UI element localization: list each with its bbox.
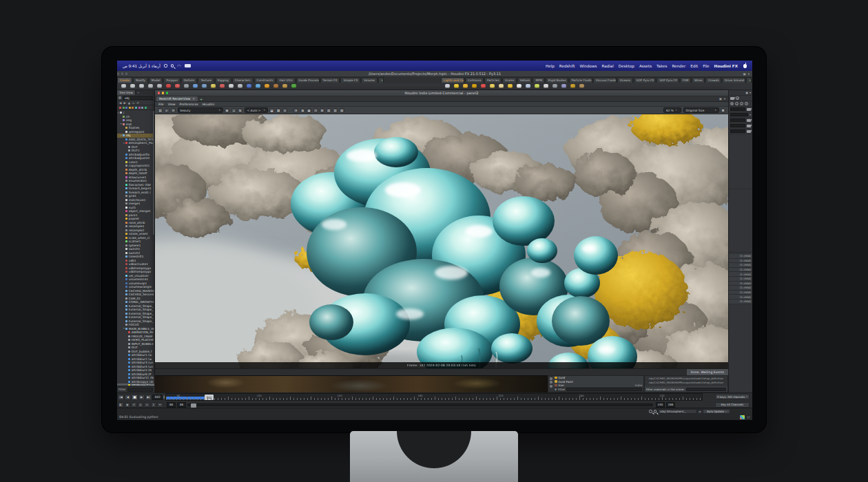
range-start-field[interactable]: 88 — [167, 402, 176, 408]
menubar-item-windows[interactable]: Windows — [580, 64, 597, 68]
menu-view[interactable]: View — [168, 103, 176, 106]
shelf-tab-polygon[interactable]: Polygon — [163, 77, 180, 83]
shelf-tab-deform[interactable]: Deform — [181, 77, 198, 83]
refresh-icon[interactable]: ⟳ — [699, 410, 701, 414]
shelf-tab-create[interactable]: Create — [117, 77, 132, 83]
shelf-tool-torus-tool[interactable] — [146, 83, 155, 90]
global-range-slider[interactable] — [187, 404, 653, 406]
playhead[interactable]: 102 — [205, 395, 214, 400]
spotlight-icon[interactable] — [171, 64, 174, 67]
node-type-filter-icon[interactable] — [123, 107, 125, 109]
node-type-filter-icon[interactable] — [135, 107, 137, 109]
wifi-icon[interactable]: ◠ — [177, 65, 180, 67]
shelf-tool-metaball-tool[interactable] — [254, 83, 262, 90]
menubar-item-redshift[interactable]: Redshift — [559, 64, 575, 68]
value-row[interactable]: ▾ — [729, 112, 752, 118]
shelf-tab-crowds[interactable]: Crowds — [705, 77, 721, 83]
shelf-tab-constraints[interactable]: Constraints — [254, 77, 276, 83]
shelf-tool-sphere-tool[interactable] — [128, 83, 137, 90]
playbar-option-button[interactable]: ◎ — [138, 402, 144, 408]
color-swatch-icon[interactable] — [740, 415, 745, 419]
memory-icon[interactable] — [746, 415, 751, 419]
viewport-strip[interactable] — [155, 375, 548, 392]
child-count-row[interactable]: (1 child) — [729, 272, 752, 277]
jump-first-button[interactable]: |◀ — [118, 395, 124, 400]
shelf-tab-characters[interactable]: Characters — [232, 77, 254, 83]
shelf-tool-acorn-tool[interactable] — [280, 83, 289, 90]
value-field[interactable] — [730, 113, 748, 116]
child-count-row[interactable]: (1 child) — [729, 286, 752, 291]
shelf-tool-egg-tool[interactable] — [515, 83, 524, 90]
child-count-row[interactable]: (1 child) — [729, 295, 752, 300]
shelf-tool-magnet-tool[interactable] — [470, 83, 479, 90]
shelf-tool-text-tool[interactable] — [227, 83, 236, 90]
shelf-tab-oceans[interactable]: Oceans — [617, 77, 633, 83]
shelf-tab-texture[interactable]: Texture — [198, 77, 214, 83]
playbar-option-button[interactable]: ◧ — [118, 402, 124, 408]
display-alpha-icon[interactable]: ⊡ — [313, 108, 318, 113]
tree-item-atmospheric-par[interactable]: ▾Atmospheric_Par — [117, 141, 154, 145]
node-type-filter-icon[interactable] — [129, 107, 131, 109]
play-button[interactable]: ▶ — [138, 395, 145, 400]
shelf-tab-volume[interactable]: Volume — [361, 77, 378, 83]
snapshot-icon[interactable]: ◉ — [225, 108, 229, 113]
prev-frame-button[interactable]: ◀ — [125, 395, 131, 400]
shelf-tool-horse-tool[interactable] — [577, 83, 586, 90]
display-red-icon[interactable]: ◔ — [293, 108, 298, 113]
shelf-tab-wires[interactable]: Wires — [692, 77, 705, 83]
menubar-item-takes[interactable]: Takes — [657, 64, 667, 68]
child-count-row[interactable]: (1 child) — [729, 277, 752, 282]
shelf-tab-lights-and-cameras[interactable]: Lights and Cameras — [441, 77, 464, 83]
keyboard-icon[interactable] — [164, 64, 167, 67]
shelf-tool-box-tool[interactable] — [119, 83, 128, 90]
child-count-row[interactable]: (1 child) — [729, 268, 752, 273]
playbar-option-button[interactable]: ↺ — [131, 402, 137, 408]
shelf-tab-sop-pyro-fx[interactable]: SOP Pyro FX — [634, 77, 657, 83]
node-type-filter-icon[interactable] — [145, 107, 147, 109]
value-row[interactable] — [729, 129, 752, 134]
shelf-tool-feather-tool[interactable] — [533, 83, 541, 90]
playbar-option-button[interactable]: ∥ — [151, 402, 157, 408]
current-frame-field[interactable]: 102 — [152, 395, 163, 400]
shop-path-row[interactable]: ›/obj/CACHED_MAINSHAPE/uvquickshade1/sho… — [645, 376, 727, 380]
display-mono-icon[interactable]: ⊠ — [320, 108, 324, 113]
material-palette-toolbar[interactable] — [548, 376, 553, 392]
param-path-field[interactable]: /obj/ Atmospheric_ — [658, 409, 697, 415]
shelf-tab-rigging[interactable]: Rigging — [215, 77, 231, 83]
shelf-tool-bone-tool[interactable] — [443, 83, 452, 90]
restart-render-icon[interactable]: ⟳ — [171, 108, 176, 113]
shelf-tool-spark-tool[interactable] — [479, 83, 488, 90]
shelf-tab-add[interactable]: + — [746, 77, 752, 83]
value-row[interactable] — [729, 118, 752, 123]
shelf-tool-pin-tool[interactable] — [541, 83, 550, 90]
shelf-tab-sop-pyro-fx[interactable]: SOP Pyro FX — [657, 77, 679, 83]
playbar-option-button[interactable]: ≈ — [144, 402, 150, 408]
help-icon[interactable]: ? — [745, 102, 748, 105]
shelf-tab-rigid-bodies[interactable]: Rigid Bodies — [546, 77, 568, 83]
search-nodes-icon[interactable] — [654, 410, 657, 413]
shelf-tab-hair-utils[interactable]: Hair Utils — [276, 77, 295, 83]
region-icon[interactable]: ▣ — [282, 108, 287, 113]
auto-update-select[interactable]: Auto Update▾ — [703, 409, 730, 415]
shelf-tool-curve-tool[interactable] — [173, 83, 182, 90]
playbar-option-button[interactable]: ◉ — [125, 402, 131, 408]
child-count-row[interactable]: (1 child) — [729, 259, 752, 264]
shelf-tool-platonic-tool[interactable] — [236, 83, 245, 90]
menubar-item-radial[interactable]: Radial — [602, 64, 614, 68]
close-tab-icon[interactable]: ✕ — [192, 97, 195, 101]
node-type-filter-icon[interactable] — [125, 107, 127, 109]
menu-preferences[interactable]: Preferences — [180, 103, 198, 106]
jump-last-button[interactable]: ▶| — [145, 395, 152, 400]
shelf-tab-guide-process[interactable]: Guide Process — [296, 77, 320, 83]
render-pass-select[interactable]: beauty▾ — [178, 107, 223, 113]
forward-icon[interactable]: ▶ — [123, 101, 125, 105]
child-count-row[interactable]: (1 child) — [729, 254, 752, 259]
shelf-tool-foliage-tool[interactable] — [289, 83, 298, 90]
save-icon[interactable]: ▤ — [158, 108, 163, 113]
tabbar-right-icons[interactable]: ▣▾ — [719, 97, 728, 101]
shelf-tool-film-tool[interactable] — [550, 83, 559, 90]
shelf-tool-whip-tool[interactable] — [524, 83, 533, 90]
display-blue-icon[interactable]: ◕ — [307, 108, 311, 113]
shop-path-row[interactable]: ›/obj/CACHED_MAINSHAPE/uvquickshade1/sho… — [645, 380, 727, 384]
frame-spinner[interactable]: ▲▼ — [163, 395, 165, 399]
